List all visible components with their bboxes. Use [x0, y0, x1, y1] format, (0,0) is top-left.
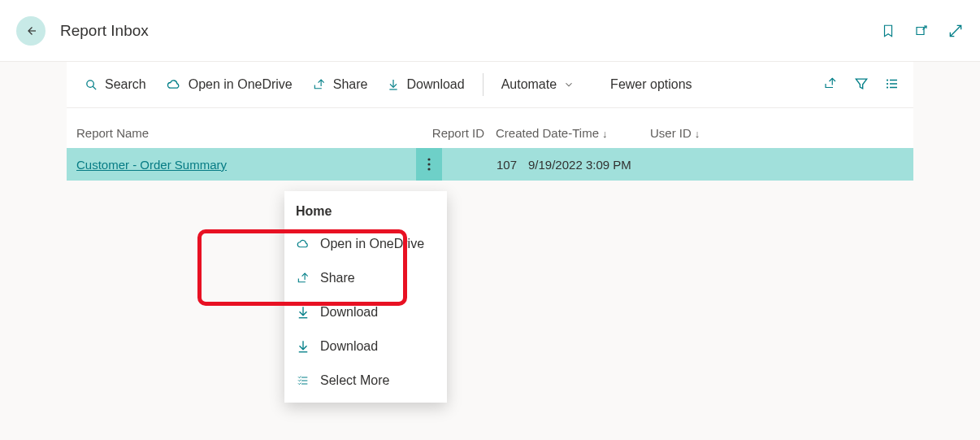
more-vertical-icon — [427, 158, 431, 171]
col-report-name[interactable]: Report Name — [73, 126, 423, 140]
filter-icon — [853, 76, 869, 92]
menu-select-more[interactable]: Select More — [284, 364, 447, 398]
toolbar: Search Open in OneDrive Share Download A… — [67, 62, 913, 108]
bookmark-button[interactable] — [881, 23, 895, 39]
menu-share[interactable]: Share — [284, 261, 447, 295]
popout-icon — [913, 24, 930, 38]
expand-icon — [947, 23, 964, 39]
col-date-label: Created Date-Time — [496, 126, 599, 140]
filter-button[interactable] — [853, 76, 869, 94]
back-button[interactable] — [16, 16, 46, 46]
download-icon — [296, 339, 310, 354]
arrow-left-icon — [24, 24, 38, 38]
sort-down-icon: ↓ — [695, 128, 700, 140]
share-arrow-icon — [822, 76, 839, 91]
svg-point-3 — [427, 168, 430, 170]
svg-point-2 — [427, 163, 430, 165]
toolbar-divider — [483, 73, 483, 96]
share-label: Share — [333, 77, 368, 92]
select-more-icon — [296, 374, 310, 387]
menu-share-label: Share — [320, 271, 355, 285]
col-user-label: User ID — [650, 126, 692, 140]
context-menu-title: Home — [284, 196, 447, 227]
download-button[interactable]: Download — [377, 74, 474, 95]
row-more-button[interactable] — [416, 148, 442, 181]
menu-onedrive-label: Open in OneDrive — [320, 237, 424, 251]
bookmark-icon — [881, 23, 895, 39]
svg-point-0 — [87, 80, 94, 87]
search-button[interactable]: Search — [75, 74, 156, 95]
open-onedrive-button[interactable]: Open in OneDrive — [156, 74, 302, 95]
cell-created-date: 9/19/2022 3:09 PM — [528, 158, 683, 172]
popout-button[interactable] — [913, 24, 930, 38]
onedrive-label: Open in OneDrive — [189, 77, 293, 92]
header-bar: Report Inbox — [0, 0, 980, 62]
download-icon — [387, 77, 400, 92]
list-icon — [884, 76, 900, 91]
menu-download2-label: Download — [320, 339, 378, 354]
menu-download1-label: Download — [320, 305, 378, 320]
data-grid: Report Name Report ID Created Date-Time↓… — [67, 108, 913, 181]
page-title: Report Inbox — [60, 22, 149, 40]
svg-point-1 — [427, 158, 430, 160]
fewer-options-label: Fewer options — [610, 77, 692, 92]
cell-report-id: 107 — [455, 158, 528, 172]
col-created-date[interactable]: Created Date-Time↓ — [496, 126, 650, 140]
automate-button[interactable]: Automate — [492, 74, 584, 95]
col-report-id[interactable]: Report ID — [423, 126, 496, 140]
search-label: Search — [105, 77, 146, 92]
search-icon — [85, 78, 98, 92]
download-label: Download — [406, 77, 464, 92]
share-page-button[interactable] — [822, 76, 839, 94]
fewer-options-button[interactable]: Fewer options — [601, 74, 702, 95]
menu-download-2[interactable]: Download — [284, 329, 447, 364]
menu-open-onedrive[interactable]: Open in OneDrive — [284, 227, 447, 261]
list-view-button[interactable] — [884, 76, 900, 94]
cloud-icon — [166, 78, 182, 91]
chevron-down-icon — [563, 79, 575, 90]
menu-download-1[interactable]: Download — [284, 295, 447, 329]
sort-down-icon: ↓ — [602, 128, 608, 140]
col-user-id[interactable]: User ID↓ — [650, 126, 739, 140]
share-icon — [296, 272, 310, 285]
content-area: Search Open in OneDrive Share Download A… — [0, 62, 980, 440]
grid-header: Report Name Report ID Created Date-Time↓… — [67, 108, 913, 148]
automate-label: Automate — [501, 77, 557, 92]
context-menu: Home Open in OneDrive Share Download Dow… — [284, 191, 447, 403]
table-row[interactable]: Customer - Order Summary 107 9/19/2022 3… — [67, 148, 913, 181]
download-icon — [296, 305, 310, 320]
report-link[interactable]: Customer - Order Summary — [76, 158, 227, 172]
expand-button[interactable] — [947, 23, 964, 39]
share-button[interactable]: Share — [302, 74, 378, 95]
cloud-icon — [296, 237, 310, 250]
share-icon — [312, 78, 327, 92]
menu-selectmore-label: Select More — [320, 373, 389, 388]
